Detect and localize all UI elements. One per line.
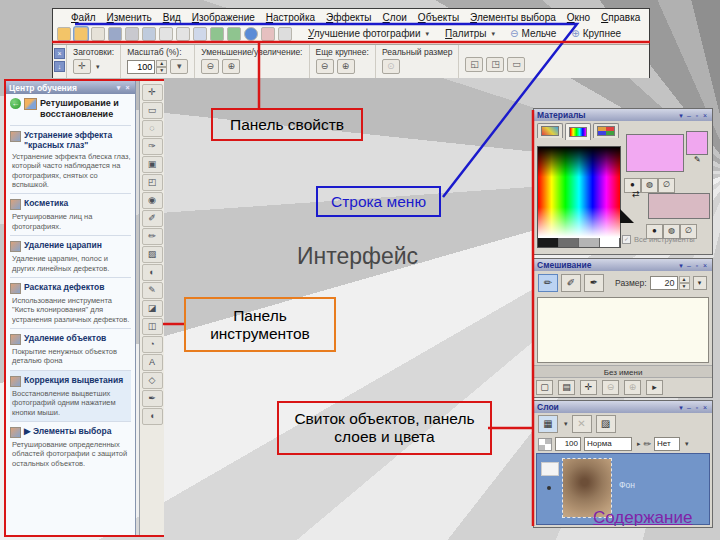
info-icon[interactable]	[261, 27, 275, 41]
new-file-icon[interactable]	[57, 27, 71, 41]
pin-icon[interactable]: ▾	[677, 111, 685, 120]
list-item[interactable]: Косметика Ретуширование лиц на фотографи…	[10, 193, 131, 235]
navigate-icon[interactable]: ✛	[580, 380, 597, 395]
preset-shape-tool-icon[interactable]: ◇	[142, 372, 163, 389]
list-item[interactable]: Коррекция выцветания Восстановление выцв…	[10, 370, 131, 421]
more-icon[interactable]: ▸	[646, 380, 663, 395]
background-color-swatch[interactable]	[648, 193, 710, 219]
dodge-burn-tool-icon[interactable]: ◐	[142, 264, 163, 281]
spin-up-icon[interactable]: ▲	[679, 276, 690, 283]
list-item[interactable]: ▶ Элементы выбора Ретуширование определе…	[10, 421, 131, 472]
close-icon[interactable]: ×	[123, 83, 132, 92]
null-style-icon[interactable]: ∅	[658, 178, 675, 193]
maximize-icon[interactable]: ▫	[693, 111, 701, 120]
new-page-icon[interactable]: ▢	[536, 380, 553, 395]
size-value[interactable]: 20	[650, 276, 678, 290]
spin-up-icon[interactable]: ▲	[156, 60, 167, 67]
eraser-tool-icon[interactable]: ◫	[142, 318, 163, 335]
edit-mask-button[interactable]: ▨	[596, 415, 616, 433]
delete-layer-button[interactable]: ✕	[572, 415, 592, 433]
picture-tube-tool-icon[interactable]: ◔	[142, 336, 163, 353]
close-icon[interactable]: ×	[701, 111, 709, 120]
palettes-button[interactable]: Палитры	[445, 28, 487, 39]
size-slider-button[interactable]: ▾	[693, 276, 707, 290]
enhance-photo-button[interactable]: Улучшение фотографии	[308, 28, 421, 39]
tab-frame[interactable]	[537, 123, 563, 138]
back-icon[interactable]: ←	[10, 98, 21, 109]
pin-icon[interactable]: ▾	[114, 83, 123, 92]
layer-name[interactable]: Фон	[619, 480, 635, 490]
crop-tool-icon[interactable]: ▣	[142, 156, 163, 173]
grayscale-strip[interactable]	[538, 238, 620, 247]
save-icon[interactable]	[125, 27, 139, 41]
gradient-style-icon[interactable]: ◍	[641, 178, 658, 193]
menu-item[interactable]: Вид	[163, 12, 181, 23]
pin-icon[interactable]: ▾	[677, 261, 685, 270]
minimize-icon[interactable]: –	[685, 111, 693, 120]
lock-brush-icon[interactable]: ✏	[644, 439, 652, 449]
layer-opacity-value[interactable]: 100	[555, 437, 581, 451]
foreground-mini-swatch[interactable]	[686, 131, 708, 155]
remix-icon[interactable]: ⊕	[624, 380, 641, 395]
home-icon[interactable]	[24, 98, 37, 110]
new-layer-button[interactable]: ▦	[538, 415, 558, 433]
dropper-tool-icon[interactable]: ✑	[142, 138, 163, 155]
zoom-value[interactable]: 100	[127, 60, 155, 74]
list-item[interactable]: Устранение эффекта "красных глаз" Устран…	[10, 125, 131, 194]
enhance-icon[interactable]	[227, 27, 241, 41]
mixer-canvas[interactable]	[537, 297, 709, 363]
warp-brush-tool-icon[interactable]: ◖	[142, 408, 163, 425]
fit-to-image-button[interactable]: ◳	[486, 57, 504, 72]
undo-icon[interactable]	[176, 27, 190, 41]
zoom-out-tool-button[interactable]: ⊖	[201, 59, 219, 74]
menu-item[interactable]: Изображение	[192, 12, 255, 23]
list-item[interactable]: Удаление объектов Покрытие ненужных объе…	[10, 328, 131, 370]
close-icon[interactable]: ×	[701, 261, 709, 270]
zoom-more-out-button[interactable]: ⊖	[316, 59, 334, 74]
fit-to-window-button[interactable]: ◱	[465, 57, 483, 72]
selection-tool-icon[interactable]: ▭	[142, 102, 163, 119]
tab-swatches[interactable]	[593, 123, 619, 138]
delete-icon[interactable]	[278, 27, 292, 41]
menu-item[interactable]: Объекты	[418, 12, 459, 23]
load-page-icon[interactable]: ▤	[558, 380, 575, 395]
size-spinner[interactable]: 20 ▲▼	[650, 276, 690, 290]
zoom-slider-button[interactable]: ▾	[170, 59, 188, 74]
print-icon[interactable]	[142, 27, 156, 41]
menu-item[interactable]: Файл	[71, 12, 96, 23]
unmix-icon[interactable]: ⊖	[602, 380, 619, 395]
deform-tool-icon[interactable]: ◰	[142, 174, 163, 191]
all-tools-checkbox[interactable]: ✓	[622, 235, 631, 244]
rotate-icon[interactable]	[244, 27, 258, 41]
zoom-more-in-button[interactable]: ⊕	[337, 59, 355, 74]
close-icon[interactable]: ×	[701, 403, 709, 412]
foreground-color-swatch[interactable]	[626, 134, 684, 172]
share-icon[interactable]	[159, 27, 173, 41]
spin-down-icon[interactable]: ▼	[156, 67, 167, 74]
color-picker[interactable]	[537, 146, 621, 248]
twain-icon[interactable]	[108, 27, 122, 41]
freehand-selection-tool-icon[interactable]: ◌	[142, 120, 163, 137]
brush-tool-icon[interactable]: ✏	[142, 228, 163, 245]
makeover-tool-icon[interactable]: ✐	[142, 210, 163, 227]
close-icon[interactable]: ×	[54, 48, 65, 59]
maximize-icon[interactable]: ▫	[693, 403, 701, 412]
menu-item[interactable]: Окно	[567, 12, 590, 23]
mixer-knife-button[interactable]: ✐	[561, 274, 581, 292]
text-tool-icon[interactable]: A	[142, 354, 163, 371]
zoom-spinner[interactable]: 100 ▲▼	[127, 60, 167, 74]
minimize-icon[interactable]: –	[685, 261, 693, 270]
pen-tool-icon[interactable]: ✒	[142, 390, 163, 407]
dock-icon[interactable]: ↓	[54, 61, 65, 72]
zoom-in-button[interactable]: Крупнее	[583, 28, 621, 39]
menu-item[interactable]: Справка	[601, 12, 640, 23]
minimize-icon[interactable]: –	[685, 403, 693, 412]
pan-preset-button[interactable]: ✛	[73, 59, 91, 74]
open-folder-icon[interactable]	[74, 27, 88, 41]
mixer-brush-button[interactable]: ✏	[538, 274, 558, 292]
redo-icon[interactable]	[193, 27, 207, 41]
resize-icon[interactable]	[210, 27, 224, 41]
center-image-button[interactable]: ▭	[507, 57, 525, 72]
menu-item[interactable]: Изменить	[107, 12, 152, 23]
pan-tool-icon[interactable]: ✛	[142, 84, 163, 101]
